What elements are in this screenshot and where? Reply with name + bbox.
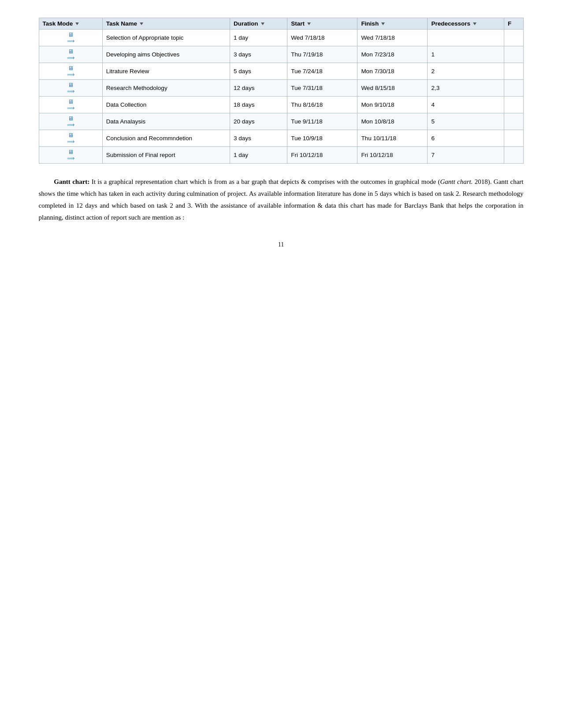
- table-row: 🖥︎⟹Developing aims Objectives3 daysThu 7…: [39, 46, 523, 63]
- table-row: 🖥︎⟹Data Analaysis20 daysTue 9/11/18Mon 1…: [39, 113, 523, 130]
- gantt-table-wrapper: Task Mode Task Name Duration: [39, 18, 524, 164]
- task-finish-cell: Fri 10/12/18: [357, 147, 428, 164]
- table-row: 🖥︎⟹Litrature Review5 daysTue 7/24/18Mon …: [39, 63, 523, 80]
- task-finish-cell: Mon 7/30/18: [357, 63, 428, 80]
- sort-arrow-duration: [261, 22, 264, 25]
- task-f-cell: [504, 30, 523, 46]
- task-finish-cell: Mon 9/10/18: [357, 97, 428, 113]
- table-row: 🖥︎⟹Research Methodology12 daysTue 7/31/1…: [39, 80, 523, 97]
- task-name-cell: Conclusion and Recommndetion: [102, 130, 230, 147]
- th-task-mode: Task Mode: [39, 18, 102, 30]
- task-duration-cell: 5 days: [230, 63, 287, 80]
- th-finish-label: Finish: [361, 20, 379, 27]
- page-content: Task Mode Task Name Duration: [39, 18, 524, 248]
- task-arrow-icon: ⟹: [67, 89, 74, 94]
- task-predecessors-cell: 2,3: [428, 80, 504, 97]
- task-finish-cell: Thu 10/11/18: [357, 130, 428, 147]
- task-f-cell: [504, 63, 523, 80]
- task-name-cell: Data Collection: [102, 97, 230, 113]
- task-start-cell: Thu 8/16/18: [287, 97, 357, 113]
- page-number: 11: [39, 241, 524, 248]
- task-finish-cell: Wed 7/18/18: [357, 30, 428, 46]
- sort-arrow-predecessors: [473, 22, 476, 25]
- task-start-cell: Tue 7/24/18: [287, 63, 357, 80]
- task-icon: 🖥︎: [68, 116, 74, 121]
- task-name-cell: Selection of Appropriate topic: [102, 30, 230, 46]
- sort-arrow-task-name: [140, 22, 143, 25]
- task-start-cell: Fri 10/12/18: [287, 147, 357, 164]
- table-row: 🖥︎⟹Data Collection18 daysThu 8/16/18Mon …: [39, 97, 523, 113]
- page-number-value: 11: [278, 241, 284, 248]
- task-duration-cell: 3 days: [230, 46, 287, 63]
- task-predecessors-cell: [428, 30, 504, 46]
- task-arrow-icon: ⟹: [67, 55, 74, 60]
- th-f: F: [504, 18, 523, 30]
- th-task-name: Task Name: [102, 18, 230, 30]
- task-f-cell: [504, 80, 523, 97]
- sort-arrow-start: [307, 22, 311, 25]
- task-mode-cell-7: 🖥︎⟹: [39, 130, 102, 147]
- th-predecessors: Predecessors: [428, 18, 504, 30]
- th-duration-label: Duration: [234, 20, 258, 27]
- table-row: 🖥︎⟹Submission of Final report1 dayFri 10…: [39, 147, 523, 164]
- task-start-cell: Tue 10/9/18: [287, 130, 357, 147]
- task-start-cell: Tue 9/11/18: [287, 113, 357, 130]
- th-start: Start: [287, 18, 357, 30]
- task-arrow-icon: ⟹: [67, 156, 74, 161]
- table-row: 🖥︎⟹Conclusion and Recommndetion3 daysTue…: [39, 130, 523, 147]
- task-name-cell: Litrature Review: [102, 63, 230, 80]
- task-start-cell: Thu 7/19/18: [287, 46, 357, 63]
- sort-arrow-task-mode: [75, 22, 79, 25]
- th-finish: Finish: [357, 18, 428, 30]
- task-predecessors-cell: 2: [428, 63, 504, 80]
- task-predecessors-cell: 1: [428, 46, 504, 63]
- task-duration-cell: 20 days: [230, 113, 287, 130]
- task-icon: 🖥︎: [68, 132, 74, 138]
- task-mode-cell-1: 🖥︎⟹: [39, 30, 102, 46]
- body-paragraph: Gantt chart: It is a graphical represent…: [39, 176, 524, 224]
- task-predecessors-cell: 4: [428, 97, 504, 113]
- task-finish-cell: Wed 8/15/18: [357, 80, 428, 97]
- task-duration-cell: 12 days: [230, 80, 287, 97]
- task-mode-cell-3: 🖥︎⟹: [39, 63, 102, 80]
- task-arrow-icon: ⟹: [67, 72, 74, 77]
- task-icon: 🖥︎: [68, 65, 74, 71]
- task-mode-cell-4: 🖥︎⟹: [39, 80, 102, 97]
- task-icon: 🖥︎: [68, 149, 74, 155]
- task-f-cell: [504, 97, 523, 113]
- th-duration: Duration: [230, 18, 287, 30]
- task-icon: 🖥︎: [68, 49, 74, 54]
- task-icon: 🖥︎: [68, 32, 74, 37]
- table-row: 🖥︎⟹Selection of Appropriate topic1 dayWe…: [39, 30, 523, 46]
- task-icon: 🖥︎: [68, 82, 74, 88]
- task-arrow-icon: ⟹: [67, 139, 74, 144]
- th-f-label: F: [508, 20, 511, 27]
- task-arrow-icon: ⟹: [67, 105, 74, 111]
- th-task-name-label: Task Name: [106, 20, 137, 27]
- th-task-mode-label: Task Mode: [43, 20, 73, 27]
- task-duration-cell: 18 days: [230, 97, 287, 113]
- th-start-label: Start: [291, 20, 305, 27]
- task-mode-cell-2: 🖥︎⟹: [39, 46, 102, 63]
- task-finish-cell: Mon 10/8/18: [357, 113, 428, 130]
- task-predecessors-cell: 6: [428, 130, 504, 147]
- task-predecessors-cell: 5: [428, 113, 504, 130]
- task-icon: 🖥︎: [68, 99, 74, 105]
- paragraph-italic: Gantt chart.: [440, 178, 473, 185]
- task-mode-cell-5: 🖥︎⟹: [39, 97, 102, 113]
- task-start-cell: Wed 7/18/18: [287, 30, 357, 46]
- task-f-cell: [504, 147, 523, 164]
- task-finish-cell: Mon 7/23/18: [357, 46, 428, 63]
- task-duration-cell: 3 days: [230, 130, 287, 147]
- task-arrow-icon: ⟹: [67, 122, 74, 127]
- task-mode-cell-8: 🖥︎⟹: [39, 147, 102, 164]
- task-arrow-icon: ⟹: [67, 38, 74, 44]
- gantt-table: Task Mode Task Name Duration: [39, 18, 524, 164]
- task-start-cell: Tue 7/31/18: [287, 80, 357, 97]
- task-f-cell: [504, 46, 523, 63]
- task-name-cell: Data Analaysis: [102, 113, 230, 130]
- sort-arrow-finish: [381, 22, 385, 25]
- th-predecessors-label: Predecessors: [431, 20, 470, 27]
- task-predecessors-cell: 7: [428, 147, 504, 164]
- task-mode-cell-6: 🖥︎⟹: [39, 113, 102, 130]
